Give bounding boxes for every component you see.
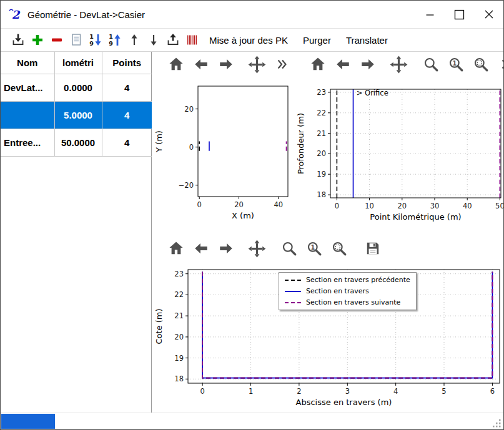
export-button[interactable]: [163, 31, 182, 49]
cell-nom[interactable]: [1, 101, 54, 129]
cell-pk[interactable]: 5.0000: [54, 101, 102, 129]
forward-arrow-icon: [218, 56, 234, 72]
svg-text:20: 20: [397, 202, 407, 210]
cell-points[interactable]: 4: [102, 129, 152, 156]
add-button[interactable]: [27, 31, 47, 49]
maximize-button[interactable]: [445, 1, 474, 28]
svg-text:18: 18: [317, 190, 326, 199]
copy-icon: [69, 32, 84, 47]
cell-points[interactable]: 4: [102, 101, 152, 129]
plan-plot-toolbar: [152, 52, 294, 77]
svg-text:Cote (m): Cote (m): [154, 308, 164, 344]
pan-button[interactable]: [246, 238, 267, 259]
table-header-row: Nom lométri Points: [1, 52, 152, 74]
home-button[interactable]: [166, 54, 187, 75]
sort-ascending-button[interactable]: [105, 31, 124, 49]
plan-plot-panel: 02040−20020X (m)Y (m): [152, 52, 294, 234]
cell-nom[interactable]: Entree...: [1, 129, 54, 156]
import-icon: [11, 32, 26, 47]
svg-text:18: 18: [174, 374, 184, 383]
back-button[interactable]: [190, 54, 212, 75]
back-button[interactable]: [190, 238, 212, 259]
svg-text:2: 2: [12, 8, 21, 21]
svg-text:4: 4: [393, 387, 398, 396]
home-icon: [168, 240, 184, 257]
zoom-region-button[interactable]: [470, 54, 492, 75]
app-icon: 2: [8, 7, 22, 21]
forward-button[interactable]: [215, 54, 237, 75]
cell-pk[interactable]: 0.0000: [54, 74, 102, 101]
svg-text:19: 19: [317, 170, 326, 178]
column-header-points[interactable]: Points: [102, 52, 152, 74]
column-header-nom[interactable]: Nom: [1, 52, 54, 74]
close-button[interactable]: [474, 1, 503, 28]
magnifier-icon: [423, 56, 439, 72]
section-plot-toolbar: [152, 236, 503, 261]
forward-button[interactable]: [357, 54, 378, 75]
svg-text:Profondeur (m): Profondeur (m): [296, 113, 305, 174]
table-row[interactable]: DevLat... 0.0000 4: [1, 74, 152, 101]
svg-text:0: 0: [335, 202, 339, 210]
zoom-one-button[interactable]: [445, 54, 467, 75]
move-down-button[interactable]: [144, 31, 163, 49]
app-window: 2 Géométrie - DevLat->Casier Mise à jour…: [0, 0, 504, 430]
back-arrow-icon: [193, 240, 209, 257]
back-arrow-icon: [335, 56, 351, 72]
zoom-button[interactable]: [420, 54, 442, 75]
cell-points[interactable]: 4: [102, 74, 152, 101]
copy-button[interactable]: [66, 31, 86, 49]
move-up-button[interactable]: [124, 31, 144, 49]
resize-grip[interactable]: [493, 419, 502, 428]
table-row[interactable]: 5.0000 4: [1, 101, 152, 129]
svg-text:Y (m): Y (m): [154, 130, 164, 153]
sort-descending-button[interactable]: [86, 31, 105, 49]
table-row[interactable]: Entree... 50.0000 4: [1, 129, 152, 156]
save-button[interactable]: [362, 238, 383, 259]
svg-text:21: 21: [174, 311, 184, 320]
pk-stripes-button[interactable]: [182, 31, 202, 49]
svg-text:23: 23: [174, 270, 184, 278]
purge-button[interactable]: Purger: [295, 35, 338, 46]
svg-text:30: 30: [430, 202, 440, 210]
chevron-double-right-icon: [274, 56, 290, 72]
svg-text:21: 21: [317, 129, 326, 138]
svg-text:2: 2: [297, 387, 301, 396]
minimize-button[interactable]: [415, 1, 445, 28]
svg-text:22: 22: [174, 290, 184, 299]
magnifier-icon: [281, 240, 297, 257]
cell-pk[interactable]: 50.0000: [54, 129, 102, 156]
svg-text:22: 22: [317, 109, 326, 117]
import-button[interactable]: [8, 31, 27, 49]
sort-ascending-icon: [107, 32, 122, 47]
statusbar: [1, 413, 503, 429]
home-button[interactable]: [307, 54, 329, 75]
cell-nom[interactable]: DevLat...: [1, 74, 54, 101]
update-pk-button[interactable]: Mise à jour des PK: [202, 35, 295, 46]
sort-descending-icon: [88, 32, 103, 47]
column-header-pk[interactable]: lométri: [54, 52, 102, 74]
home-button[interactable]: [166, 238, 187, 259]
profile-chart[interactable]: 01020304050181920212223Point Kilométriqu…: [294, 77, 503, 232]
svg-text:20: 20: [317, 149, 326, 158]
pan-icon: [248, 240, 266, 258]
toolbar-overflow-button[interactable]: [495, 54, 504, 75]
zoom-one-button[interactable]: [304, 238, 325, 259]
zoom-button[interactable]: [279, 238, 300, 259]
svg-text:0: 0: [189, 143, 194, 152]
svg-text:20: 20: [234, 200, 244, 209]
pan-button[interactable]: [246, 54, 267, 75]
plots-area: 02040−20020X (m)Y (m) 010203040501819202…: [152, 52, 503, 413]
home-icon: [310, 56, 326, 72]
remove-button[interactable]: [47, 31, 66, 49]
translate-button[interactable]: Translater: [338, 35, 395, 46]
export-icon: [166, 32, 180, 47]
toolbar-overflow-button[interactable]: [271, 54, 292, 75]
forward-button[interactable]: [215, 238, 237, 259]
pan-button[interactable]: [388, 54, 409, 75]
svg-text:X (m): X (m): [232, 211, 254, 220]
zoom-region-button[interactable]: [329, 238, 350, 259]
svg-text:19: 19: [174, 354, 184, 363]
back-button[interactable]: [332, 54, 353, 75]
plan-chart[interactable]: 02040−20020X (m)Y (m): [152, 77, 294, 232]
titlebar: 2 Géométrie - DevLat->Casier: [1, 1, 503, 28]
